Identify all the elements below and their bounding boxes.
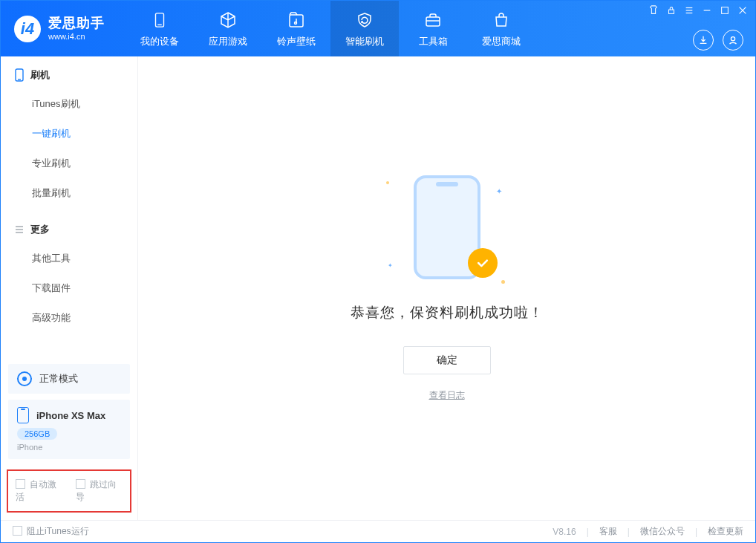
app-url: www.i4.cn xyxy=(48,32,105,42)
checkbox-auto-activate[interactable]: 自动激活 xyxy=(16,478,62,504)
close-icon[interactable] xyxy=(737,5,748,16)
maximize-icon[interactable] xyxy=(720,5,730,16)
nav-smart-flash[interactable]: 智能刷机 xyxy=(330,1,399,56)
menu-icon[interactable] xyxy=(684,5,694,16)
sidebar-item-advanced[interactable]: 高级功能 xyxy=(1,303,137,333)
window-controls xyxy=(648,5,748,16)
checkbox-skip-wizard[interactable]: 跳过向导 xyxy=(76,478,123,504)
nav-label: 应用游戏 xyxy=(209,35,247,48)
options-highlight-box: 自动激活 跳过向导 xyxy=(7,469,131,513)
logo-icon: i4 xyxy=(14,16,41,42)
device-icon xyxy=(149,10,170,30)
nav-label: 工具箱 xyxy=(419,35,448,48)
main-nav: 我的设备 应用游戏 铃声壁纸 智能刷机 工具箱 爱思商城 xyxy=(126,1,535,56)
nav-label: 爱思商城 xyxy=(482,35,521,48)
nav-label: 铃声壁纸 xyxy=(277,35,316,48)
device-capacity-badge: 256GB xyxy=(17,428,57,440)
footer-right: V8.16 | 客服 | 微信公众号 | 检查更新 xyxy=(553,525,743,538)
nav-label: 智能刷机 xyxy=(345,35,384,48)
sparkle-icon: ✦ xyxy=(388,262,393,269)
device-phone-icon xyxy=(17,407,29,423)
sidebar-item-oneclick-flash[interactable]: 一键刷机 xyxy=(1,119,137,149)
footer-left: 阻止iTunes运行 xyxy=(13,525,89,538)
sidebar-more-items: 其他工具 下载固件 高级功能 xyxy=(1,241,137,336)
mode-icon xyxy=(17,371,32,386)
nav-shop[interactable]: 爱思商城 xyxy=(467,1,535,56)
svg-point-3 xyxy=(295,22,297,24)
sidebar-item-other-tools[interactable]: 其他工具 xyxy=(1,244,137,273)
refresh-shield-icon xyxy=(354,10,375,30)
svg-point-14 xyxy=(731,37,734,41)
app-header: i4 爱思助手 www.i4.cn 我的设备 应用游戏 铃声壁纸 智能刷机 工具… xyxy=(1,1,755,56)
app-body: 刷机 iTunes刷机 一键刷机 专业刷机 批量刷机 更多 其他工具 下载固件 … xyxy=(1,56,755,520)
sidebar-item-itunes-flash[interactable]: iTunes刷机 xyxy=(1,89,137,119)
success-illustration: ✦ ✦ xyxy=(395,175,499,287)
device-panel[interactable]: iPhone XS Max 256GB iPhone xyxy=(8,400,130,459)
sidebar-section-flash: 刷机 xyxy=(1,56,137,86)
user-button[interactable] xyxy=(723,30,743,51)
minimize-icon[interactable] xyxy=(702,5,712,16)
nav-my-device[interactable]: 我的设备 xyxy=(126,1,194,56)
svg-rect-6 xyxy=(669,10,674,13)
device-subtype: iPhone xyxy=(17,443,121,452)
music-folder-icon xyxy=(286,10,307,30)
view-log-link[interactable]: 查看日志 xyxy=(429,389,465,402)
device-name: iPhone XS Max xyxy=(36,410,105,421)
checkbox-block-itunes[interactable]: 阻止iTunes运行 xyxy=(13,525,89,538)
sidebar-item-batch-flash[interactable]: 批量刷机 xyxy=(1,178,137,208)
version-label: V8.16 xyxy=(553,527,576,537)
sidebar-item-download-firmware[interactable]: 下载固件 xyxy=(1,273,137,303)
sidebar-item-pro-flash[interactable]: 专业刷机 xyxy=(1,149,137,178)
main-content: ✦ ✦ 恭喜您，保资料刷机成功啦！ 确定 查看日志 xyxy=(138,56,755,520)
footer-link-update[interactable]: 检查更新 xyxy=(708,525,743,538)
nav-apps-games[interactable]: 应用游戏 xyxy=(194,1,262,56)
download-button[interactable] xyxy=(693,30,714,51)
footer-link-support[interactable]: 客服 xyxy=(599,525,617,538)
svg-rect-11 xyxy=(722,7,729,14)
mode-label: 正常模式 xyxy=(39,372,78,386)
lock-icon[interactable] xyxy=(666,5,677,16)
nav-ringtone-wallpaper[interactable]: 铃声壁纸 xyxy=(262,1,330,56)
status-bar: 阻止iTunes运行 V8.16 | 客服 | 微信公众号 | 检查更新 xyxy=(1,520,755,542)
sidebar-section-more: 更多 xyxy=(1,211,137,241)
sparkle-icon xyxy=(386,181,389,184)
logo-text: 爱思助手 www.i4.cn xyxy=(48,16,105,42)
header-action-buttons xyxy=(693,30,743,51)
list-icon xyxy=(14,224,25,235)
nav-toolbox[interactable]: 工具箱 xyxy=(399,1,467,56)
section-title: 刷机 xyxy=(30,68,50,82)
success-check-icon xyxy=(468,248,498,278)
sparkle-icon: ✦ xyxy=(496,187,502,195)
shop-icon xyxy=(491,10,512,30)
success-message: 恭喜您，保资料刷机成功啦！ xyxy=(351,303,544,322)
phone-icon xyxy=(14,68,25,82)
nav-label: 我的设备 xyxy=(140,35,179,48)
ok-button[interactable]: 确定 xyxy=(403,346,491,374)
mode-panel[interactable]: 正常模式 xyxy=(8,364,130,394)
svg-rect-4 xyxy=(426,17,440,26)
section-title: 更多 xyxy=(30,223,50,236)
footer-link-wechat[interactable]: 微信公众号 xyxy=(640,525,685,538)
toolbox-icon xyxy=(423,10,443,30)
app-name: 爱思助手 xyxy=(48,16,105,32)
sidebar: 刷机 iTunes刷机 一键刷机 专业刷机 批量刷机 更多 其他工具 下载固件 … xyxy=(1,56,138,520)
logo-area: i4 爱思助手 www.i4.cn xyxy=(1,1,118,56)
cube-icon xyxy=(218,10,238,30)
sidebar-flash-items: iTunes刷机 一键刷机 专业刷机 批量刷机 xyxy=(1,86,137,211)
shirt-icon[interactable] xyxy=(648,5,659,16)
sparkle-icon xyxy=(501,280,505,284)
